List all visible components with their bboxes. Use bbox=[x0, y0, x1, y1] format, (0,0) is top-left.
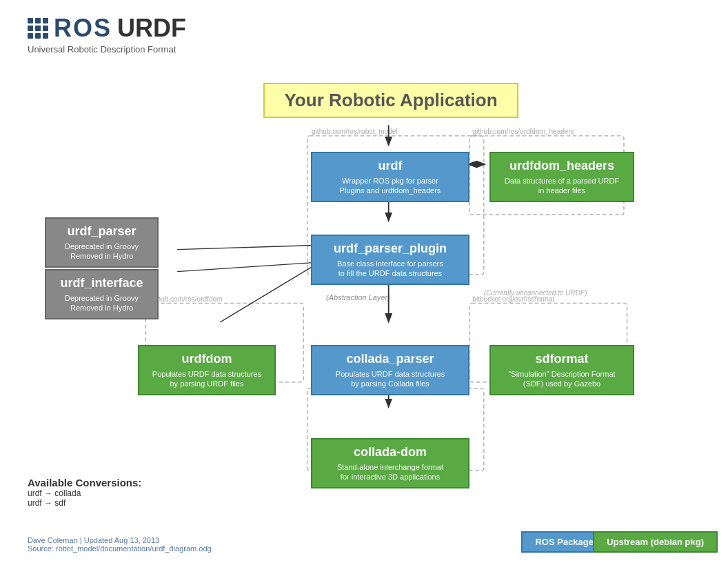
box-urdfdom: urdfdom Populates URDF data structuresby… bbox=[138, 345, 276, 395]
urdf-title: urdf bbox=[319, 159, 461, 174]
conversions: Available Conversions: urdf → collada ur… bbox=[28, 477, 141, 508]
box-urdf-parser-plugin: urdf_parser_plugin Base class interface … bbox=[311, 235, 469, 285]
sdformat-sub: "Simulation" Description Format(SDF) use… bbox=[498, 369, 626, 389]
conversions-title: Available Conversions: bbox=[28, 477, 141, 488]
svg-text:(Abstraction Layer): (Abstraction Layer) bbox=[326, 293, 390, 302]
footer-line1: Dave Coleman | Updated Aug 13, 2013 bbox=[28, 536, 212, 544]
box-urdf: urdf Wrapper ROS pkg for parserPlugins a… bbox=[311, 152, 469, 202]
legend-upstream: Upstream (debian pkg) bbox=[593, 531, 718, 553]
box-urdf-parser: urdf_parser Deprecated in GroovyRemoved … bbox=[45, 217, 159, 268]
ros-label: ROS bbox=[54, 14, 112, 43]
collada-parser-sub: Populates URDF data structuresby parsing… bbox=[319, 369, 461, 389]
ros-grid-icon bbox=[28, 18, 48, 39]
urdf-interface-sub: Deprecated in GroovyRemoved in Hydro bbox=[53, 293, 150, 313]
svg-line-18 bbox=[177, 262, 321, 272]
header: ROS URDF Universal Robotic Description F… bbox=[28, 14, 186, 55]
box-urdfdom-headers: urdfdom_headers Data structures of a par… bbox=[489, 152, 634, 202]
sdformat-title: sdformat bbox=[498, 352, 626, 367]
collada-dom-sub: Stand-alone interchange formatfor intera… bbox=[319, 462, 461, 482]
box-sdformat: sdformat "Simulation" Description Format… bbox=[489, 345, 634, 395]
box-your-app: Your Robotic Application bbox=[263, 83, 518, 118]
conversion-item-2: urdf → sdf bbox=[28, 498, 141, 508]
box-collada-dom: collada-dom Stand-alone interchange form… bbox=[311, 438, 469, 488]
header-title: ROS URDF bbox=[28, 14, 186, 43]
urdfdom-sub: Populates URDF data structuresby parsing… bbox=[146, 369, 267, 389]
collada-dom-title: collada-dom bbox=[319, 445, 461, 460]
conversion-item-1: urdf → collada bbox=[28, 488, 141, 498]
subtitle: Universal Robotic Description Format bbox=[28, 44, 186, 55]
box-urdf-interface: urdf_interface Deprecated in GroovyRemov… bbox=[45, 269, 159, 319]
legend-ros-label: ROS Package bbox=[535, 537, 594, 547]
svg-line-19 bbox=[220, 262, 320, 322]
legend-upstream-label: Upstream (debian pkg) bbox=[607, 537, 704, 547]
urdfdom-title: urdfdom bbox=[146, 352, 267, 367]
urdf-parser-plugin-title: urdf_parser_plugin bbox=[319, 241, 461, 257]
collada-parser-title: collada_parser bbox=[319, 352, 461, 367]
svg-text:bitbucket.org/osrf/sdformat: bitbucket.org/osrf/sdformat bbox=[472, 295, 554, 303]
diagram: github.com/ros/robot_model github.com/ro… bbox=[0, 76, 728, 522]
svg-text:github.com/ros/robot_model: github.com/ros/robot_model bbox=[312, 128, 398, 135]
urdf-interface-title: urdf_interface bbox=[53, 276, 150, 291]
urdf-label: URDF bbox=[117, 14, 186, 43]
footer-line2: Source: robot_model/documentation/urdf_d… bbox=[28, 544, 212, 553]
footer: Dave Coleman | Updated Aug 13, 2013 Sour… bbox=[28, 536, 212, 553]
svg-text:github.com/ros/urdfdom_headers: github.com/ros/urdfdom_headers bbox=[472, 128, 574, 135]
urdfdom-headers-title: urdfdom_headers bbox=[498, 159, 626, 174]
svg-text:github.com/ros/urdfdom: github.com/ros/urdfdom bbox=[150, 295, 223, 303]
your-app-title: Your Robotic Application bbox=[272, 90, 510, 111]
svg-text:(Currently unconnected to URDF: (Currently unconnected to URDF) bbox=[484, 289, 587, 297]
svg-line-17 bbox=[177, 245, 321, 249]
urdf-sub: Wrapper ROS pkg for parserPlugins and ur… bbox=[319, 176, 461, 196]
urdfdom-headers-sub: Data structures of a parsed URDFin heade… bbox=[498, 176, 626, 196]
urdf-parser-plugin-sub: Base class interface for parsersto fill … bbox=[319, 259, 461, 279]
urdf-parser-title: urdf_parser bbox=[53, 224, 150, 239]
box-collada-parser: collada_parser Populates URDF data struc… bbox=[311, 345, 469, 395]
urdf-parser-sub: Deprecated in GroovyRemoved in Hydro bbox=[53, 241, 150, 261]
